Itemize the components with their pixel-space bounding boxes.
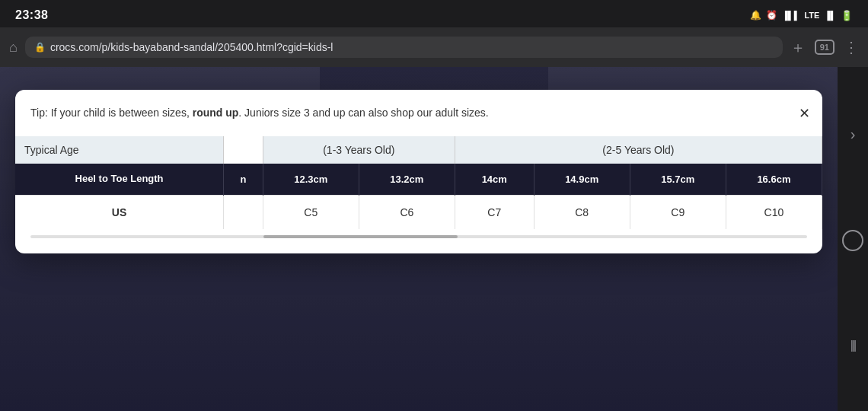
size-col-2: 14cm bbox=[455, 164, 534, 195]
phone-background: 23:38 🔔 ⏰ ▐▌▌ LTE ▐▌ 🔋 ⌂ 🔒 crocs.com/p/k… bbox=[0, 0, 868, 411]
url-text: crocs.com/p/kids-bayaband-sandal/205400.… bbox=[50, 41, 333, 53]
alarm-icon: ⏰ bbox=[766, 10, 777, 21]
sidebar-right: › ||| bbox=[838, 67, 868, 411]
chevron-right-icon[interactable]: › bbox=[850, 126, 856, 143]
us-size-0: C5 bbox=[263, 195, 359, 229]
menu-button[interactable]: ⋮ bbox=[844, 38, 859, 56]
close-button[interactable]: ✕ bbox=[799, 104, 810, 124]
lock-icon: 🔒 bbox=[34, 42, 46, 53]
us-size-3: C8 bbox=[534, 195, 630, 229]
circle-button[interactable] bbox=[842, 230, 863, 251]
status-time: 23:38 bbox=[15, 8, 48, 22]
browser-chrome: ⌂ 🔒 crocs.com/p/kids-bayaband-sandal/205… bbox=[0, 27, 868, 67]
us-size-5: C10 bbox=[726, 195, 822, 229]
scroll-thumb bbox=[263, 235, 458, 238]
us-label: US bbox=[15, 195, 224, 229]
signal-icon: ▐▌▌ bbox=[782, 11, 799, 20]
us-size-4: C9 bbox=[630, 195, 726, 229]
browser-actions: ＋ 91 ⋮ bbox=[790, 37, 859, 58]
sidebar-bars-icon: ||| bbox=[850, 339, 855, 352]
lte-label: LTE bbox=[804, 11, 819, 20]
tip-bold: round up bbox=[193, 107, 239, 119]
us-sizes-row: US C5 C6 C7 C8 C9 C10 bbox=[15, 195, 822, 229]
baby-age-group: (1-3 Years Old) bbox=[263, 136, 455, 164]
address-bar[interactable]: 🔒 crocs.com/p/kids-bayaband-sandal/20540… bbox=[25, 37, 783, 58]
size-col-1: 13.2cm bbox=[359, 164, 455, 195]
tip-prefix: Tip: If your child is between sizes, bbox=[30, 107, 193, 119]
size-guide-modal: Tip: If your child is between sizes, rou… bbox=[15, 90, 822, 253]
heel-toe-label: Heel to Toe Length bbox=[15, 164, 224, 195]
tip-suffix: . Juniors size 3 and up can also shop ou… bbox=[238, 107, 488, 119]
us-size-2: C7 bbox=[455, 195, 534, 229]
size-col-4: 15.7cm bbox=[630, 164, 726, 195]
size-col-0: 12.3cm bbox=[263, 164, 359, 195]
us-size-1: C6 bbox=[359, 195, 455, 229]
tip-text: Tip: If your child is between sizes, rou… bbox=[15, 105, 822, 136]
notification-icon: 🔔 bbox=[750, 10, 761, 21]
age-header-row: Typical Age (1-3 Years Old) (2-5 Years O… bbox=[15, 136, 822, 164]
size-table-container: Typical Age (1-3 Years Old) (2-5 Years O… bbox=[15, 136, 822, 241]
heel-header-row: Heel to Toe Length n 12.3cm 13.2cm 14cm … bbox=[15, 164, 822, 195]
battery-icon: 🔋 bbox=[841, 10, 853, 21]
typical-age-label: Typical Age bbox=[15, 136, 224, 164]
signal2-icon: ▐▌ bbox=[824, 11, 836, 20]
add-tab-button[interactable]: ＋ bbox=[790, 37, 806, 58]
status-bar: 23:38 🔔 ⏰ ▐▌▌ LTE ▐▌ 🔋 bbox=[0, 0, 868, 27]
status-icons: 🔔 ⏰ ▐▌▌ LTE ▐▌ 🔋 bbox=[750, 10, 853, 21]
page-background: Tip: If your child is between sizes, rou… bbox=[0, 67, 868, 411]
hidden-size-col: n bbox=[224, 164, 263, 195]
size-col-5: 16.6cm bbox=[726, 164, 822, 195]
size-table: Typical Age (1-3 Years Old) (2-5 Years O… bbox=[15, 136, 822, 229]
us-hidden bbox=[224, 195, 263, 229]
size-col-3: 14.9cm bbox=[534, 164, 630, 195]
home-button[interactable]: ⌂ bbox=[9, 40, 18, 56]
toddler-age-group: (2-5 Years Old) bbox=[455, 136, 822, 164]
scroll-indicator bbox=[30, 235, 807, 238]
tab-count[interactable]: 91 bbox=[815, 40, 834, 55]
hidden-col bbox=[224, 136, 263, 164]
